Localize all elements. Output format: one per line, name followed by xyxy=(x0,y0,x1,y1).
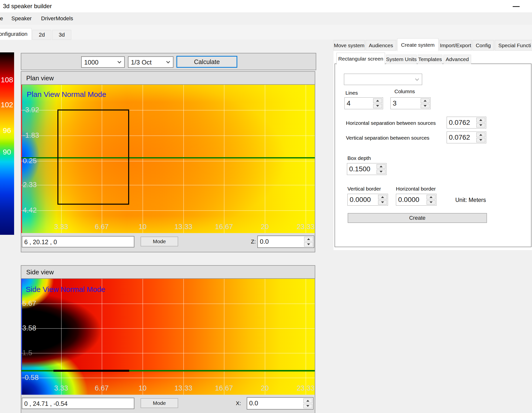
tab-move-system[interactable]: Move system xyxy=(334,40,365,51)
spin-down-button[interactable] xyxy=(378,200,387,205)
frequency-select[interactable]: 1000 xyxy=(81,56,125,68)
spin-up-button[interactable] xyxy=(421,98,430,103)
horizontal-border-stepper[interactable]: 0.0000 xyxy=(396,194,436,206)
chevron-down-icon xyxy=(118,60,121,64)
minimize-icon xyxy=(513,6,520,7)
menu-item-speaker[interactable]: Speaker xyxy=(11,15,32,22)
spin-down-button[interactable] xyxy=(427,200,435,205)
speaker-box-side-marker xyxy=(53,370,129,372)
menu-bar xyxy=(0,12,532,25)
tab-audiences[interactable]: Audiences xyxy=(366,40,396,51)
unit-label: Unit: Meters xyxy=(455,197,486,203)
subtab-rectangular-screen[interactable]: Rectangular screen xyxy=(337,53,385,65)
z-value: 0.0 xyxy=(260,238,269,245)
lines-label: Lines xyxy=(345,90,358,96)
spin-down-button[interactable] xyxy=(476,123,485,128)
spin-down-button[interactable] xyxy=(476,138,485,143)
arrow-down-icon xyxy=(306,405,309,407)
spin-up-button[interactable] xyxy=(303,398,312,403)
menu-item-drivermodels[interactable]: DriverModels xyxy=(41,15,73,22)
y-tick: -0.58 xyxy=(22,373,39,382)
vertical-border-value: 0.0000 xyxy=(350,196,371,204)
arrow-up-icon xyxy=(376,100,379,102)
spin-up-button[interactable] xyxy=(377,164,386,169)
box-depth-stepper[interactable]: 0.1500 xyxy=(347,163,387,175)
plan-mode-button[interactable]: Mode xyxy=(141,237,178,246)
z-axis-label: Z: xyxy=(251,239,256,245)
plan-view-heatmap[interactable]: Plan View Normal Mode -3.92 -1.83 0.25 2… xyxy=(21,85,315,233)
tab-import-export[interactable]: Import/Export xyxy=(439,40,472,51)
vertical-border-label: Vertical border xyxy=(347,186,381,192)
bandwidth-select[interactable]: 1/3 Oct xyxy=(128,56,173,68)
side-coordinates-value: 0 , 24.71 , -0.54 xyxy=(24,400,68,407)
source-line-marker xyxy=(21,279,22,395)
tab-config[interactable]: Config xyxy=(473,40,494,51)
bandwidth-value: 1/3 Oct xyxy=(131,59,152,66)
arrow-up-icon xyxy=(424,100,427,102)
y-tick: 3.58 xyxy=(22,324,36,332)
side-view-heatmap[interactable]: Side View Normal Mode 5.67 3.58 1.5 -0.5… xyxy=(21,279,315,395)
spin-down-button[interactable] xyxy=(373,104,382,109)
calculate-button[interactable]: Calculate xyxy=(176,56,237,68)
spin-up-button[interactable] xyxy=(378,195,387,199)
y-tick: -3.92 xyxy=(23,106,39,114)
x-axis-label: X: xyxy=(236,400,241,407)
spin-up-button[interactable] xyxy=(476,118,485,122)
z-value-stepper[interactable]: 0.0 xyxy=(257,236,314,248)
arrow-up-icon xyxy=(430,196,433,198)
x-tick: 16.67 xyxy=(207,384,241,392)
x-tick: 13.33 xyxy=(166,384,201,392)
arrow-down-icon xyxy=(479,139,482,141)
menu-item-file-partial[interactable]: e xyxy=(0,15,3,22)
horizontal-separation-stepper[interactable]: 0.0762 xyxy=(447,117,486,129)
spin-up-button[interactable] xyxy=(373,98,382,103)
subtab-system-units[interactable]: System Units xyxy=(386,55,417,64)
arrow-up-icon xyxy=(479,134,482,136)
preset-select[interactable] xyxy=(344,74,422,85)
arrow-up-icon xyxy=(479,119,482,121)
plan-coordinates-input[interactable]: 6 , 20.12 , 0 xyxy=(22,236,134,247)
spin-down-button[interactable] xyxy=(377,170,386,174)
create-button[interactable]: Create xyxy=(348,213,487,223)
y-tick: 1.5 xyxy=(22,349,32,357)
x-value: 0.0 xyxy=(249,399,258,407)
spin-down-button[interactable] xyxy=(421,104,430,109)
horizontal-separation-label: Horizontal separation between sources xyxy=(346,120,436,126)
x-tick: 3.33 xyxy=(44,384,78,392)
side-mode-button[interactable]: Mode xyxy=(141,398,178,408)
arrow-down-icon xyxy=(380,171,383,173)
horizontal-border-label: Horizontal border xyxy=(396,186,436,192)
arrow-down-icon xyxy=(430,201,433,203)
tab-2d[interactable]: 2d xyxy=(32,30,51,40)
vertical-border-stepper[interactable]: 0.0000 xyxy=(347,194,388,206)
columns-label: Columns xyxy=(394,88,415,94)
side-view-mode-label: Side View Normal Mode xyxy=(26,285,105,294)
x-tick: 10 xyxy=(125,223,160,231)
spin-up-button[interactable] xyxy=(427,195,435,199)
x-tick: 20 xyxy=(247,223,282,231)
plan-view-header: Plan view xyxy=(21,72,315,85)
x-tick: 16.67 xyxy=(207,223,241,231)
subtab-templates[interactable]: Templates xyxy=(418,55,442,64)
x-tick: 6.67 xyxy=(84,384,119,392)
spin-up-button[interactable] xyxy=(304,237,313,241)
colorbar-label: 108 xyxy=(0,76,14,84)
y-tick: 2.33 xyxy=(23,181,37,189)
subtab-advanced[interactable]: Advanced xyxy=(443,55,471,64)
tab-3d[interactable]: 3d xyxy=(52,30,71,40)
side-coordinates-input[interactable]: 0 , 24.71 , -0.54 xyxy=(22,398,134,409)
spin-down-button[interactable] xyxy=(303,404,312,409)
tab-configuration[interactable]: onfiguration xyxy=(0,28,32,40)
tab-create-system[interactable]: Create system xyxy=(397,38,438,51)
tab-special-functions[interactable]: Special Functi xyxy=(495,40,532,51)
spin-up-button[interactable] xyxy=(476,132,485,137)
app-window: 3d speaker builder e Speaker DriverModel… xyxy=(0,0,532,413)
x-value-stepper[interactable]: 0.0 xyxy=(247,397,314,410)
vertical-separation-stepper[interactable]: 0.0762 xyxy=(447,131,486,143)
columns-stepper[interactable]: 3 xyxy=(390,97,431,109)
arrow-up-icon xyxy=(381,196,384,198)
vertical-separation-label: Vertical separation between sources xyxy=(346,135,429,141)
spin-down-button[interactable] xyxy=(304,242,313,247)
lines-stepper[interactable]: 4 xyxy=(344,97,383,109)
window-title: 3d speaker builder xyxy=(3,3,52,10)
